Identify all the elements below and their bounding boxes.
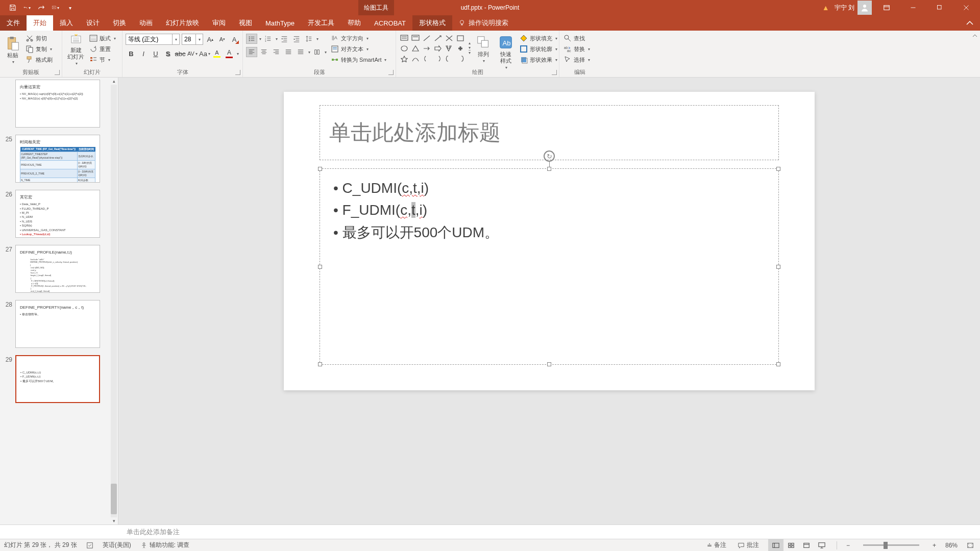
shape-effects-button[interactable]: 形状效果▾ <box>519 55 558 64</box>
font-dialog-launcher[interactable] <box>235 70 240 75</box>
resize-handle[interactable] <box>547 362 551 366</box>
justify-button[interactable] <box>283 47 294 57</box>
align-text-button[interactable]: 对齐文本▾ <box>330 44 387 54</box>
spellcheck-button[interactable] <box>84 542 95 549</box>
save-icon[interactable] <box>9 4 16 11</box>
resize-handle[interactable] <box>318 167 322 171</box>
paragraph-dialog-launcher[interactable] <box>388 70 394 75</box>
redo-icon[interactable] <box>38 4 45 11</box>
thumbnail-item[interactable]: 26 其它宏• Data_Valid_P• FLUID_THREAD_P• M_… <box>0 188 118 243</box>
tab-insert[interactable]: 插入 <box>53 15 80 31</box>
columns-button[interactable] <box>311 47 323 57</box>
notes-pane[interactable]: 单击此处添加备注 <box>0 524 980 539</box>
zoom-in-button[interactable]: + <box>930 542 938 549</box>
resize-handle[interactable] <box>318 362 322 366</box>
copy-button[interactable]: 复制▾ <box>24 44 54 54</box>
user-avatar[interactable] <box>857 1 872 15</box>
decrease-indent-button[interactable] <box>279 34 290 44</box>
tab-shape-format[interactable]: 形状格式 <box>412 15 452 31</box>
tab-view[interactable]: 视图 <box>232 15 259 31</box>
notes-toggle-button[interactable]: ≐ 备注 <box>705 541 728 549</box>
layout-button[interactable]: 版式▾ <box>88 34 117 43</box>
select-button[interactable]: 选择▾ <box>562 55 597 64</box>
align-center-button[interactable] <box>258 47 270 57</box>
arrange-button[interactable]: 排列▾ <box>474 34 493 65</box>
shape-outline-button[interactable]: 形状轮廓▾ <box>519 44 558 54</box>
text-direction-button[interactable]: ||A文字方向▾ <box>330 34 387 43</box>
quick-styles-button[interactable]: Ab快速样式▾ <box>496 34 516 71</box>
zoom-slider[interactable] <box>863 544 919 546</box>
shape-fill-button[interactable]: 形状填充▾ <box>519 34 558 43</box>
numbering-button[interactable]: 123 <box>262 34 274 44</box>
normal-view-button[interactable] <box>768 539 783 552</box>
thumbnail-item[interactable]: 25 时间相关宏 CURRENT_TIME (RP_Get_Real("flow… <box>0 133 118 188</box>
resize-handle[interactable] <box>776 167 780 171</box>
shrink-font-button[interactable]: A▾ <box>217 34 228 45</box>
thumbnail-item[interactable]: 向量运算宏• NV_MAG(x) sqrt(x[0]*x[0]+x[1]*x[1… <box>0 78 118 133</box>
tab-review[interactable]: 审阅 <box>206 15 232 31</box>
grow-font-button[interactable]: A▴ <box>205 34 215 45</box>
reading-view-button[interactable] <box>799 539 814 552</box>
thumbnail-item[interactable]: 28 DEFINE_PROPERTY(name，c，t)• 修改物性等。 <box>0 298 118 353</box>
strike-button[interactable]: abc <box>175 48 186 59</box>
font-name-combo[interactable]: ▾ <box>126 34 180 45</box>
cut-button[interactable]: 剪切 <box>24 34 54 43</box>
zoom-level[interactable]: 86% <box>945 542 958 549</box>
shapes-gallery[interactable] <box>399 34 465 63</box>
font-color-button[interactable]: A <box>224 48 235 59</box>
bullets-button[interactable] <box>246 34 257 44</box>
thumbnail-item[interactable]: 27 DEFINE_PROFILE(name,t,i)#include "udf… <box>0 243 118 298</box>
minimize-button[interactable] <box>901 0 925 15</box>
tab-file[interactable]: 文件 <box>0 15 27 31</box>
new-slide-button[interactable]: 新建 幻灯片▾ <box>65 33 86 67</box>
resize-handle[interactable] <box>318 265 322 269</box>
paste-button[interactable]: 粘贴▾ <box>3 33 22 67</box>
resize-handle[interactable] <box>547 167 551 171</box>
thumbnail-item[interactable]: 29 • C_UDMI(c,t,i)• F_UDMI(c,t,i)• 最多可以开… <box>0 353 118 408</box>
fit-to-window-button[interactable] <box>965 542 976 549</box>
tab-developer[interactable]: 开发工具 <box>301 15 341 31</box>
line-spacing-button[interactable] <box>303 34 314 44</box>
font-size-combo[interactable]: ▾ <box>182 34 203 45</box>
increase-indent-button[interactable] <box>291 34 302 44</box>
smartart-button[interactable]: 转换为 SmartArt▾ <box>330 55 387 64</box>
tab-transitions[interactable]: 切换 <box>106 15 133 31</box>
bold-button[interactable]: B <box>126 48 137 59</box>
tab-slideshow[interactable]: 幻灯片放映 <box>159 15 206 31</box>
collapse-ribbon-icon[interactable] <box>960 15 980 31</box>
drawing-dialog-launcher[interactable] <box>552 70 557 75</box>
tab-animations[interactable]: 动画 <box>133 15 159 31</box>
ribbon-display-icon[interactable] <box>875 0 898 15</box>
char-spacing-button[interactable]: AV▾ <box>187 48 198 59</box>
language-indicator[interactable]: 英语(美国) <box>103 541 131 549</box>
zoom-out-button[interactable]: − <box>844 542 852 549</box>
comments-button[interactable]: 批注 <box>736 541 761 549</box>
replace-button[interactable]: abac替换▾ <box>562 44 597 54</box>
slideshow-icon[interactable]: ▾ <box>52 4 59 11</box>
slideshow-view-button[interactable] <box>814 539 829 552</box>
shadow-button[interactable]: S <box>162 48 174 59</box>
italic-button[interactable]: I <box>138 48 149 59</box>
highlight-button[interactable]: A <box>211 48 223 59</box>
reset-button[interactable]: 重置 <box>88 44 117 54</box>
maximize-button[interactable] <box>928 0 951 15</box>
resize-handle[interactable] <box>776 265 780 269</box>
ribbon-collapse-icon[interactable] <box>970 31 980 77</box>
rotation-handle[interactable] <box>544 151 555 162</box>
tab-mathtype[interactable]: MathType <box>259 15 301 31</box>
resize-handle[interactable] <box>776 362 780 366</box>
accessibility-button[interactable]: 辅助功能: 调查 <box>138 541 192 549</box>
content-placeholder[interactable]: C_UDMI(c,t,i) F_UDMI(c,t,i) 最多可以开500个UDM… <box>320 168 779 365</box>
warning-icon[interactable]: ▲ <box>822 4 829 12</box>
tab-acrobat[interactable]: ACROBAT <box>368 15 412 31</box>
find-button[interactable]: 查找 <box>562 34 597 43</box>
underline-button[interactable]: U <box>150 48 161 59</box>
slide-canvas[interactable]: 单击此处添加标题 C_UDMI(c,t,i) F_UDMI(c,t,i) 最多可… <box>118 78 980 524</box>
slide-counter[interactable]: 幻灯片 第 29 张， 共 29 张 <box>4 541 77 549</box>
sorter-view-button[interactable] <box>783 539 799 552</box>
format-painter-button[interactable]: 格式刷 <box>24 55 54 64</box>
tab-home[interactable]: 开始 <box>27 15 53 31</box>
change-case-button[interactable]: Aa▾ <box>199 48 210 59</box>
clear-format-button[interactable]: A◢ <box>229 34 239 45</box>
qat-customize-icon[interactable]: ▾ <box>66 4 74 11</box>
